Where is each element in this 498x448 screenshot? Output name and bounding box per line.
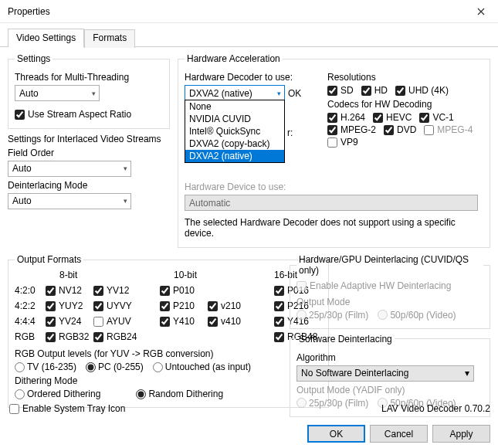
of-p010[interactable]: P010: [160, 285, 203, 296]
of-nv12[interactable]: NV12: [46, 285, 89, 296]
sw-deint-legend: Software Deinterlacing: [296, 334, 395, 344]
rgb-tv-radio[interactable]: TV (16-235): [15, 361, 76, 372]
gpu-25p-radio: 25p/30p (Film): [296, 310, 368, 321]
interlaced-header: Settings for Interlaced Video Streams: [8, 134, 170, 144]
of-p210[interactable]: P210: [160, 300, 203, 311]
cancel-button[interactable]: Cancel: [370, 425, 428, 443]
hw-decoder-option[interactable]: Intel® QuickSync: [185, 125, 284, 137]
field-order-select[interactable]: Auto▾: [8, 161, 131, 177]
of-y410[interactable]: Y410: [160, 316, 203, 327]
output-formats-group: Output Formats 8-bit 10-bit 16-bit 4:2:0…: [8, 254, 329, 408]
of-row-444: 4:4:4: [15, 316, 46, 327]
dither-label: Dithering Mode: [15, 375, 322, 386]
gpu-deint-legend: Hardware/GPU Deinterlacing (CUVID/QS onl…: [296, 254, 483, 276]
gpu-output-mode-label: Output Mode: [296, 297, 483, 307]
codec-mpeg2-checkbox[interactable]: MPEG-2: [327, 124, 376, 135]
apply-button[interactable]: Apply: [432, 425, 490, 443]
res-sd-checkbox[interactable]: SD: [327, 85, 354, 96]
field-order-label: Field Order: [8, 148, 170, 158]
of-uyvy[interactable]: UYVY: [93, 300, 137, 311]
of-yv12[interactable]: YV12: [93, 285, 137, 296]
codecs-label: Codecs for HW Decoding: [327, 99, 483, 110]
tab-video-settings[interactable]: Video Settings: [8, 29, 84, 47]
settings-group: Settings Threads for Multi-Threading Aut…: [8, 53, 170, 129]
of-rgb32[interactable]: RGB32: [46, 331, 89, 342]
stream-ar-checkbox[interactable]: Use Stream Aspect Ratio: [15, 109, 131, 120]
codec-dvd-checkbox[interactable]: DVD: [384, 124, 416, 135]
settings-legend: Settings: [15, 53, 53, 64]
resolutions-label: Resolutions: [327, 72, 483, 83]
threads-label: Threads for Multi-Threading: [15, 72, 163, 83]
adaptive-deint-checkbox: Enable Adaptive HW Deinterlacing: [296, 280, 451, 291]
codec-vc1-checkbox[interactable]: VC-1: [419, 112, 453, 123]
rgb-levels-label: RGB Output levels (for YUV -> RGB conver…: [15, 348, 322, 359]
chevron-down-icon: ▾: [465, 368, 469, 378]
titlebar: Properties: [0, 0, 498, 23]
tab-bar: Video Settings Formats: [0, 23, 498, 47]
gpu-50p-radio: 50p/60p (Video): [378, 310, 456, 321]
output-formats-legend: Output Formats: [15, 254, 83, 265]
footer: Enable System Tray Icon LAV Video Decode…: [0, 397, 498, 422]
hw-device-select: Automatic: [185, 195, 478, 211]
chevron-down-icon: ▾: [124, 197, 127, 205]
dialog-buttons: OK Cancel Apply: [303, 425, 490, 443]
hw-device-label: Hardware Device to use:: [185, 182, 483, 192]
hw-device-note: The selected Hardware Decoder does not s…: [185, 217, 483, 239]
hw-decoder-option[interactable]: None: [185, 100, 284, 113]
tray-icon-checkbox[interactable]: Enable System Tray Icon: [9, 403, 125, 414]
codec-h264-checkbox[interactable]: H.264: [327, 112, 365, 123]
of-ayuv[interactable]: AYUV: [93, 316, 137, 327]
of-yv24[interactable]: YV24: [46, 316, 89, 327]
hw-decoder-select[interactable]: DXVA2 (native)▾: [185, 85, 285, 101]
gpu-deint-group: Hardware/GPU Deinterlacing (CUVID/QS onl…: [290, 254, 490, 329]
deint-mode-label: Deinterlacing Mode: [8, 180, 170, 191]
sw-algo-label: Algorithm: [296, 352, 483, 363]
of-v410[interactable]: v410: [208, 316, 251, 327]
chevron-down-icon: ▾: [92, 90, 96, 97]
of-header-10bit: 10-bit: [160, 270, 256, 280]
obscured-label-tail: r:: [287, 127, 293, 138]
ok-button[interactable]: OK: [307, 425, 365, 443]
chevron-down-icon: ▾: [124, 165, 127, 172]
res-uhd-checkbox[interactable]: UHD (4K): [395, 85, 449, 96]
hw-decoder-dropdown[interactable]: None NVIDIA CUVID Intel® QuickSync DXVA2…: [185, 100, 285, 163]
sw-algo-select[interactable]: No Software Deinterlacing▾: [296, 365, 474, 382]
tab-formats[interactable]: Formats: [84, 29, 135, 48]
rgb-untouched-radio[interactable]: Untouched (as input): [153, 361, 251, 372]
of-v210[interactable]: v210: [208, 300, 251, 311]
of-row-422: 4:2:2: [15, 300, 46, 311]
hw-decoder-option[interactable]: NVIDIA CUVID: [185, 113, 284, 125]
hw-decoder-label: Hardware Decoder to use:: [185, 72, 320, 83]
close-button[interactable]: [463, 0, 498, 23]
codec-hevc-checkbox[interactable]: HEVC: [373, 112, 412, 123]
hw-accel-legend: Hardware Acceleration: [185, 53, 283, 64]
rgb-pc-radio[interactable]: PC (0-255): [86, 361, 144, 372]
threads-select[interactable]: Auto▾: [15, 85, 100, 101]
deint-mode-select[interactable]: Auto▾: [8, 193, 131, 209]
window-title: Properties: [8, 6, 463, 17]
hw-decoder-status: OK: [288, 88, 301, 99]
of-row-420: 4:2:0: [15, 285, 46, 296]
hw-decoder-option[interactable]: DXVA2 (copy-back): [185, 137, 284, 150]
of-row-rgb: RGB: [15, 331, 46, 342]
codec-vp9-checkbox[interactable]: VP9: [327, 137, 358, 148]
sw-output-mode-label: Output Mode (YADIF only): [296, 385, 483, 395]
close-icon: [477, 8, 485, 15]
of-header-8bit: 8-bit: [46, 270, 141, 280]
of-rgb24[interactable]: RGB24: [93, 331, 137, 342]
codec-mpeg4-checkbox[interactable]: MPEG-4: [424, 124, 473, 135]
of-yuy2[interactable]: YUY2: [46, 300, 89, 311]
chevron-down-icon: ▾: [277, 90, 281, 97]
hw-decoder-option-selected[interactable]: DXVA2 (native): [185, 150, 284, 162]
res-hd-checkbox[interactable]: HD: [361, 85, 388, 96]
hw-accel-group: Hardware Acceleration Hardware Decoder t…: [178, 53, 490, 248]
version-label: LAV Video Decoder 0.70.2: [381, 403, 490, 414]
